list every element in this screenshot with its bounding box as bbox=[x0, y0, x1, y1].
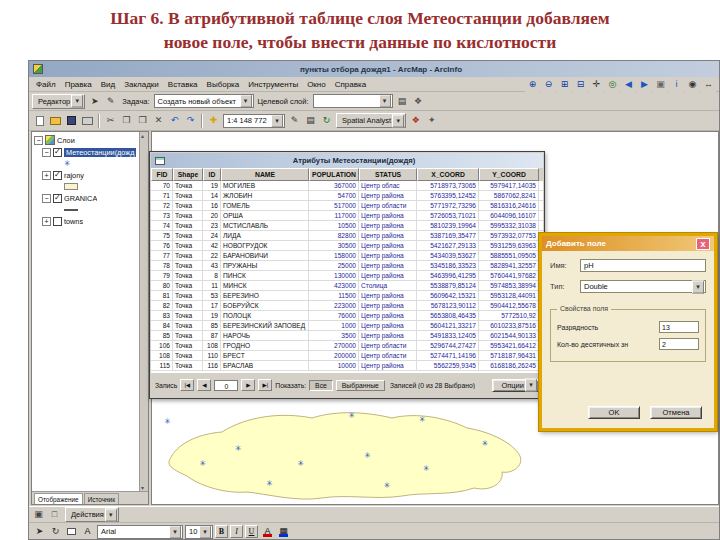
expander-icon[interactable] bbox=[42, 217, 51, 226]
precision-input[interactable]: 13 bbox=[659, 321, 699, 333]
layer-list-icon[interactable]: □ bbox=[47, 507, 62, 522]
table-row[interactable]: 82Точка17БОБРУЙСК223000Центр района56781… bbox=[151, 301, 543, 311]
refresh-icon[interactable]: ↻ bbox=[319, 113, 334, 128]
menu-Вставка[interactable]: Вставка bbox=[164, 79, 202, 90]
save-icon[interactable] bbox=[64, 113, 79, 128]
options-button[interactable]: Опции bbox=[492, 379, 539, 392]
target-layer-combo[interactable] bbox=[313, 94, 393, 108]
undo-icon[interactable]: ↶ bbox=[167, 113, 182, 128]
expander-icon[interactable] bbox=[42, 194, 51, 203]
window-icon[interactable]: ▣ bbox=[31, 507, 46, 522]
task-combo[interactable]: Создать новый объект bbox=[154, 94, 254, 108]
layer-checkbox[interactable] bbox=[53, 171, 62, 180]
fixed-zoom-in-icon[interactable]: ⊞ bbox=[557, 77, 572, 92]
ok-button[interactable]: OK bbox=[588, 406, 640, 419]
table-row[interactable]: 71Точка14ЖЛОБИН54700Центр района5763395,… bbox=[151, 191, 543, 201]
show-selected-button[interactable]: Выбранные bbox=[336, 380, 385, 391]
layer-checkbox[interactable] bbox=[53, 217, 62, 226]
edit-tool-icon[interactable]: ➤ bbox=[87, 94, 102, 109]
arctoolbox-icon[interactable]: ❖ bbox=[408, 113, 423, 128]
column-header-POPULATION[interactable]: POPULATION bbox=[309, 168, 359, 181]
menu-Файл[interactable]: Файл bbox=[32, 79, 60, 90]
measure-icon[interactable]: ↔ bbox=[701, 77, 716, 92]
sketch-tool-icon[interactable]: ✎ bbox=[103, 94, 118, 109]
first-record-button[interactable]: |◀ bbox=[180, 379, 194, 391]
table-row[interactable]: 74Точка23МСТИСЛАВЛЬ10500Центр района5810… bbox=[151, 221, 543, 231]
attributes-icon[interactable]: ▤ bbox=[395, 94, 410, 109]
sketch-properties-icon[interactable]: ❖ bbox=[411, 94, 426, 109]
column-header-X_COORD[interactable]: X_COORD bbox=[417, 168, 479, 181]
layer-checkbox[interactable] bbox=[53, 194, 62, 203]
tab-Отображение[interactable]: Отображение bbox=[34, 493, 83, 504]
column-header-FID[interactable]: FID bbox=[151, 168, 173, 181]
cancel-button[interactable]: Отмена bbox=[650, 406, 702, 419]
full-extent-icon[interactable]: ◎ bbox=[605, 77, 620, 92]
scale-combo[interactable]: 1:4 148 772 bbox=[223, 114, 285, 128]
add-data-icon[interactable]: ✚ bbox=[206, 113, 221, 128]
new-map-icon[interactable] bbox=[32, 113, 47, 128]
table-row[interactable]: 115Точка116БРАСЛАВ10000Центр района55622… bbox=[151, 361, 543, 371]
rotate-icon[interactable]: ↻ bbox=[48, 524, 63, 539]
window-titlebar[interactable]: пункты отбора дождя1 - ArcMap - ArcInfo bbox=[29, 61, 719, 77]
menu-Вид[interactable]: Вид bbox=[97, 79, 119, 90]
table-row[interactable]: 83Точка19ПОЛОЦК76000Центр района5653808,… bbox=[151, 311, 543, 321]
toc-layer-Метеостанции(дожд[interactable]: Метеостанции(дожд bbox=[32, 146, 148, 158]
zoom-in-icon[interactable]: ⊕ bbox=[525, 77, 540, 92]
fixed-zoom-out-icon[interactable]: ⊟ bbox=[573, 77, 588, 92]
table-row[interactable]: 106Точка108ГРОДНО270000Центр области5296… bbox=[151, 341, 543, 351]
paste-icon[interactable]: ❒ bbox=[135, 113, 150, 128]
field-type-select[interactable]: Double bbox=[580, 280, 706, 293]
table-row[interactable]: 73Точка20ОРША117000Центр района5726053,7… bbox=[151, 211, 543, 221]
table-row[interactable]: 75Точка24ЛИДА82800Центр района5387169,35… bbox=[151, 231, 543, 241]
menu-Закладки[interactable]: Закладки bbox=[120, 79, 163, 90]
toc-scrollbar[interactable] bbox=[139, 132, 148, 491]
command-icon[interactable]: ✦ bbox=[424, 113, 439, 128]
editor-menu-button[interactable]: Редактор bbox=[32, 94, 85, 109]
tab-Источник[interactable]: Источник bbox=[84, 493, 119, 504]
pan-icon[interactable]: ✛ bbox=[589, 77, 604, 92]
fill-color-icon[interactable]: ▦ bbox=[276, 524, 291, 539]
add-field-titlebar[interactable]: Добавить поле x bbox=[542, 236, 714, 251]
table-row[interactable]: 84Точка85БЕРЕЗИНСКИЙ ЗАПОВЕД1000Центр ра… bbox=[151, 321, 543, 331]
toc-root-expander[interactable] bbox=[34, 136, 43, 145]
cut-icon[interactable]: ✂ bbox=[103, 113, 118, 128]
last-record-button[interactable]: ▶| bbox=[258, 379, 272, 391]
table-row[interactable]: 79Точка8ПИНСК130000Центр района5463996,4… bbox=[151, 271, 543, 281]
redo-icon[interactable]: ↷ bbox=[183, 113, 198, 128]
bold-button[interactable]: B bbox=[215, 525, 228, 538]
column-header-Shape[interactable]: Shape bbox=[173, 168, 203, 181]
toc-layer-rajony[interactable]: rajony bbox=[32, 169, 148, 181]
table-row[interactable]: 76Точка42НОВОГРУДОК30500Центр района5421… bbox=[151, 241, 543, 251]
actions-button[interactable]: Действия bbox=[65, 507, 119, 522]
back-extent-icon[interactable]: ◀ bbox=[621, 77, 636, 92]
show-all-button[interactable]: Все bbox=[309, 380, 333, 391]
table-row[interactable]: 77Точка22БАРАНОВИЧИ158000Центр района543… bbox=[151, 251, 543, 261]
layer-checkbox[interactable] bbox=[53, 148, 62, 157]
menu-Инструменты[interactable]: Инструменты bbox=[244, 79, 302, 90]
table-row[interactable]: 108Точка110БРЕСТ200000Центр области52744… bbox=[151, 351, 543, 361]
record-number-input[interactable]: 0 bbox=[214, 380, 238, 391]
table-row[interactable]: 72Точка16ГОМЕЛЬ517000Центр области577197… bbox=[151, 201, 543, 211]
rectangle-tool-icon[interactable] bbox=[64, 524, 79, 539]
table-row[interactable]: 80Точка11МИНСК423000Столица5538879,85124… bbox=[151, 281, 543, 291]
spatial-analyst-button[interactable]: Spatial Analyst bbox=[336, 113, 406, 128]
font-family-combo[interactable]: Arial bbox=[97, 525, 183, 539]
font-size-combo[interactable]: 10 bbox=[185, 525, 213, 539]
delete-icon[interactable]: ✕ bbox=[151, 113, 166, 128]
menu-Правка[interactable]: Правка bbox=[61, 79, 96, 90]
table-row[interactable]: 78Точка43ПРУЖАНЫ25000Центр района5345186… bbox=[151, 261, 543, 271]
field-name-input[interactable]: pH bbox=[580, 259, 706, 272]
menu-Выборка[interactable]: Выборка bbox=[203, 79, 244, 90]
next-record-button[interactable]: ▶ bbox=[241, 379, 255, 391]
close-icon[interactable]: x bbox=[696, 238, 710, 250]
table-row[interactable]: 85Точка87НАРОЧЬ3500Центр района5491833,1… bbox=[151, 331, 543, 341]
menu-Справка[interactable]: Справка bbox=[331, 79, 370, 90]
editor-toolbar-icon[interactable]: ✎ bbox=[287, 113, 302, 128]
prev-record-button[interactable]: ◀ bbox=[197, 379, 211, 391]
layout-icon[interactable]: ▤ bbox=[303, 113, 318, 128]
text-tool-icon[interactable]: A bbox=[80, 524, 95, 539]
table-row[interactable]: 81Точка53БЕРЕЗИНО11500Центр района560964… bbox=[151, 291, 543, 301]
scale-input[interactable]: 2 bbox=[659, 338, 699, 350]
column-header-ID[interactable]: ID bbox=[203, 168, 221, 181]
underline-button[interactable]: U bbox=[245, 525, 258, 538]
